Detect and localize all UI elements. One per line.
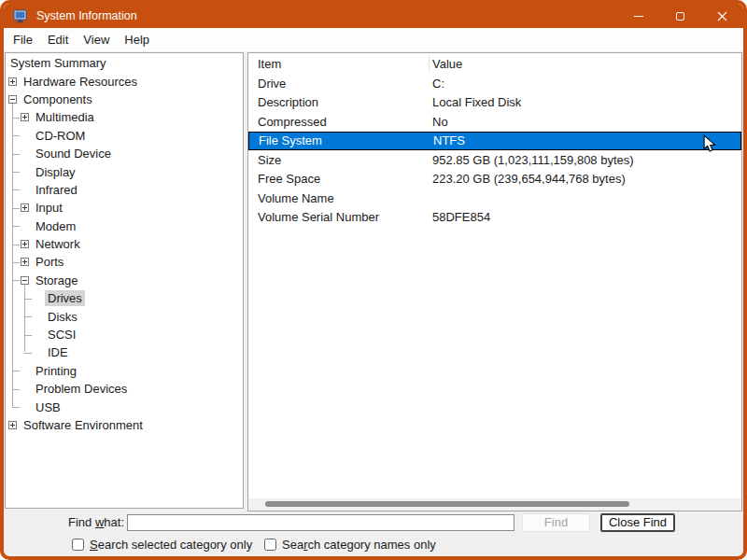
menu-edit[interactable]: Edit [40, 30, 76, 49]
list-row-free-space[interactable]: Free Space223.20 GB (239,654,944,768 byt… [248, 170, 741, 189]
tree-item-label: Printing [33, 363, 79, 379]
list-header: Item Value [248, 53, 741, 74]
item-cell: File System [259, 133, 322, 147]
tree-item-label: Components [21, 91, 95, 107]
expand-plus-icon[interactable] [21, 203, 29, 212]
item-cell: Free Space [258, 172, 320, 186]
tree-item-printing[interactable]: Printing [6, 362, 243, 380]
list-row-description[interactable]: DescriptionLocal Fixed Disk [248, 93, 741, 113]
tree-item-label: CD-ROM [33, 128, 88, 144]
collapse-minus-icon[interactable] [8, 95, 17, 104]
tree-item-hardware-resources[interactable]: Hardware Resources [6, 72, 243, 90]
list-row-file-system[interactable]: File SystemNTFS [248, 132, 741, 151]
tree-item-usb[interactable]: USB [6, 398, 243, 415]
tree-connector-tick [24, 335, 32, 336]
title-bar[interactable]: System Information [4, 4, 743, 28]
expand-plus-icon[interactable] [8, 77, 17, 86]
tree-item-scsi[interactable]: SCSI [6, 326, 243, 343]
tree-item-label: Ports [33, 254, 66, 270]
tree-item-problem-devices[interactable]: Problem Devices [6, 380, 243, 398]
tree-item-components[interactable]: Components [6, 91, 243, 108]
horizontal-scrollbar[interactable] [248, 498, 741, 511]
system-information-window: System Information FileEditViewHelp Syst… [0, 0, 747, 560]
tree-item-network[interactable]: Network [6, 235, 243, 253]
category-tree-panel: System SummaryHardware ResourcesComponen… [5, 52, 244, 509]
item-cell: Drive [258, 77, 286, 91]
tree-connector-tick [12, 371, 20, 371]
value-cell: NTFS [433, 133, 465, 147]
find-button[interactable]: Find [522, 513, 590, 532]
close-find-button[interactable]: Close Find [600, 513, 675, 532]
horizontal-scrollbar-thumb[interactable] [265, 501, 629, 507]
item-cell: Volume Name [258, 191, 334, 205]
item-cell: Description [258, 95, 318, 109]
tree-connector-tick [12, 389, 20, 390]
tree-item-sound-device[interactable]: Sound Device [6, 145, 243, 162]
tree-item-label: Software Environment [21, 417, 146, 433]
tree-connector-tick [12, 407, 20, 408]
search-selected-category-checkbox[interactable] [72, 539, 84, 551]
tree-item-modem[interactable]: Modem [6, 217, 243, 235]
tree-connector-tick [24, 353, 32, 354]
tree-item-label: USB [33, 399, 63, 415]
tree-connector-tick [12, 135, 20, 136]
value-cell: 223.20 GB (239,654,944,768 bytes) [432, 172, 626, 186]
item-cell: Volume Serial Number [258, 210, 379, 224]
close-icon [717, 11, 727, 21]
find-what-input[interactable] [127, 514, 514, 531]
tree-item-label: Sound Device [33, 146, 114, 161]
collapse-minus-icon[interactable] [21, 276, 29, 285]
tree-item-ide[interactable]: IDE [6, 343, 243, 361]
tree-item-disks[interactable]: Disks [6, 307, 243, 325]
tree-item-multimedia[interactable]: Multimedia [6, 108, 243, 126]
window-title: System Information [36, 9, 137, 22]
menu-help[interactable]: Help [117, 30, 157, 49]
tree-item-drives[interactable]: Drives [6, 289, 243, 307]
close-button[interactable] [701, 4, 743, 28]
find-bar: Find what: Find Close Find [4, 514, 743, 531]
list-row-compressed[interactable]: CompressedNo [248, 112, 741, 132]
tree-item-label: Disks [45, 309, 80, 325]
list-row-size[interactable]: Size952.85 GB (1,023,111,159,808 bytes) [248, 150, 741, 170]
expand-plus-icon[interactable] [21, 258, 29, 266]
value-cell: No [432, 115, 448, 129]
search-selected-category-label: Search selected category only [90, 538, 252, 552]
tree-connector-tick [12, 280, 20, 281]
tree-connector-tick [24, 299, 32, 300]
expand-plus-icon[interactable] [8, 421, 17, 429]
value-cell: 952.85 GB (1,023,111,159,808 bytes) [432, 153, 634, 167]
tree-item-display[interactable]: Display [6, 162, 243, 180]
column-header-item[interactable]: Item [258, 57, 281, 71]
tree-item-ports[interactable]: Ports [6, 253, 243, 271]
minimize-icon [634, 16, 643, 17]
tree-item-input[interactable]: Input [6, 199, 243, 217]
tree-item-label: Infrared [33, 182, 80, 198]
tree-item-system-summary[interactable]: System Summary [6, 54, 243, 72]
tree-item-label: System Summary [7, 55, 109, 71]
expand-plus-icon[interactable] [21, 240, 29, 248]
tree-connector-tick [12, 245, 20, 245]
tree-connector-tick [12, 262, 20, 263]
column-header-value[interactable]: Value [432, 57, 462, 71]
item-cell: Compressed [258, 115, 327, 129]
search-category-names-checkbox[interactable] [264, 539, 276, 551]
item-cell: Size [258, 153, 281, 167]
list-row-volume-name[interactable]: Volume Name [248, 189, 741, 208]
tree-item-storage[interactable]: Storage [6, 272, 243, 289]
list-row-volume-serial-number[interactable]: Volume Serial Number58DFE854 [248, 208, 741, 228]
tree-item-label: Display [33, 164, 78, 180]
tree-item-cd-rom[interactable]: CD-ROM [6, 127, 243, 145]
menu-file[interactable]: File [6, 30, 40, 49]
tree-item-infrared[interactable]: Infrared [6, 181, 243, 199]
minimize-button[interactable] [617, 4, 659, 28]
tree-connector-tick [12, 172, 20, 173]
find-what-label: Find what: [49, 515, 124, 529]
menu-view[interactable]: View [76, 30, 117, 49]
tree-item-software-environment[interactable]: Software Environment [6, 416, 243, 434]
column-divider[interactable] [429, 55, 430, 72]
maximize-button[interactable] [659, 4, 701, 28]
tree-item-label: Problem Devices [33, 381, 130, 397]
list-row-drive[interactable]: DriveC: [248, 74, 741, 93]
expand-plus-icon[interactable] [21, 113, 29, 121]
tree-item-label: SCSI [45, 327, 78, 343]
